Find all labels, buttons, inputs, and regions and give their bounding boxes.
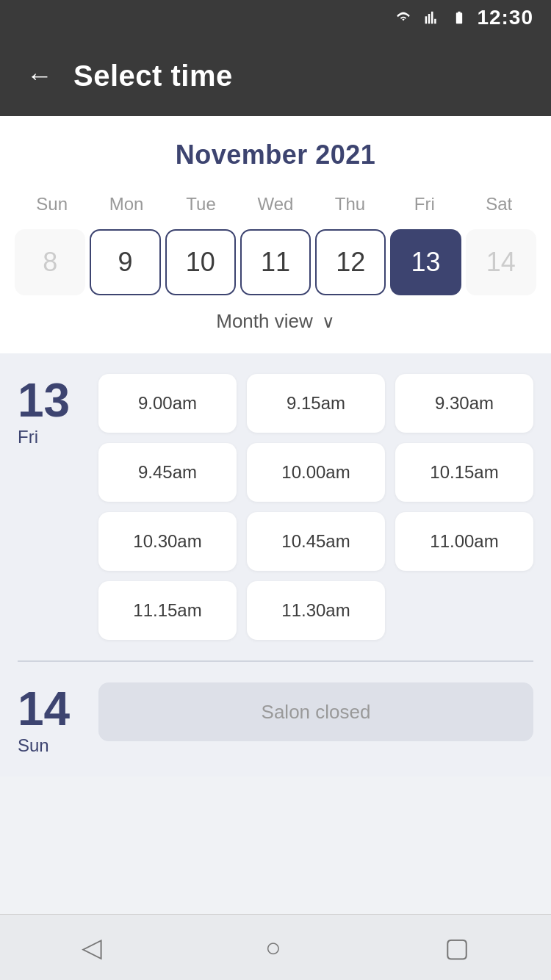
status-bar: 12:30 bbox=[0, 0, 551, 35]
day-name-14: Sun bbox=[18, 735, 49, 756]
calendar-section: November 2021 Sun Mon Tue Wed Thu Fri Sa… bbox=[0, 116, 551, 353]
slot-1015am[interactable]: 10.15am bbox=[395, 443, 533, 502]
month-view-toggle[interactable]: Month view ∨ bbox=[15, 295, 536, 339]
status-time: 12:30 bbox=[477, 6, 533, 29]
slots-grid-13: 9.00am 9.15am 9.30am 9.45am 10.00am 10.1… bbox=[98, 374, 533, 640]
weekday-mon: Mon bbox=[89, 191, 163, 217]
section-divider bbox=[18, 660, 533, 662]
day-section-13: 13 Fri 9.00am 9.15am 9.30am 9.45am 10.00… bbox=[18, 374, 533, 640]
nav-home-icon[interactable]: ○ bbox=[265, 932, 281, 963]
nav-back-icon[interactable]: ◁ bbox=[82, 932, 102, 963]
day-10[interactable]: 10 bbox=[165, 229, 236, 295]
day-label-13: 13 Fri bbox=[18, 374, 84, 447]
bottom-nav: ◁ ○ ▢ bbox=[0, 914, 551, 980]
day-number-13: 13 bbox=[18, 377, 70, 424]
day-section-14: 14 Sun Salon closed bbox=[18, 682, 533, 756]
weekday-tue: Tue bbox=[164, 191, 238, 217]
month-view-label: Month view bbox=[216, 310, 313, 333]
slot-930am[interactable]: 9.30am bbox=[395, 374, 533, 433]
slot-1100am[interactable]: 11.00am bbox=[395, 512, 533, 571]
slot-1115am[interactable]: 11.15am bbox=[98, 581, 237, 640]
signal-icon bbox=[421, 10, 442, 25]
day-12[interactable]: 12 bbox=[315, 229, 386, 295]
day-8[interactable]: 8 bbox=[15, 229, 85, 295]
closed-slot-14: Salon closed bbox=[98, 682, 533, 741]
day-13[interactable]: 13 bbox=[390, 229, 461, 295]
day-row-14: 14 Sun Salon closed bbox=[18, 682, 533, 756]
day-row-13: 13 Fri 9.00am 9.15am 9.30am 9.45am 10.00… bbox=[18, 374, 533, 640]
day-9[interactable]: 9 bbox=[90, 229, 160, 295]
timeslots-section: 13 Fri 9.00am 9.15am 9.30am 9.45am 10.00… bbox=[0, 353, 551, 777]
weekday-fri: Fri bbox=[387, 191, 461, 217]
slot-945am[interactable]: 9.45am bbox=[98, 443, 237, 502]
day-14[interactable]: 14 bbox=[466, 229, 536, 295]
slot-1130am[interactable]: 11.30am bbox=[247, 581, 385, 640]
day-name-13: Fri bbox=[18, 427, 38, 447]
weekday-wed: Wed bbox=[238, 191, 312, 217]
slot-1045am[interactable]: 10.45am bbox=[247, 512, 385, 571]
day-11[interactable]: 11 bbox=[240, 229, 311, 295]
chevron-down-icon: ∨ bbox=[322, 311, 335, 332]
slot-1030am[interactable]: 10.30am bbox=[98, 512, 237, 571]
header: ← Select time bbox=[0, 35, 551, 116]
day-label-14: 14 Sun bbox=[18, 682, 84, 756]
slot-1000am[interactable]: 10.00am bbox=[247, 443, 385, 502]
day-number-14: 14 bbox=[18, 685, 70, 732]
slot-900am[interactable]: 9.00am bbox=[98, 374, 237, 433]
wifi-icon bbox=[393, 10, 414, 25]
page-title: Select time bbox=[73, 60, 233, 93]
weekday-thu: Thu bbox=[313, 191, 387, 217]
status-icons: 12:30 bbox=[393, 6, 533, 29]
nav-recent-icon[interactable]: ▢ bbox=[444, 932, 469, 963]
weekday-sat: Sat bbox=[462, 191, 536, 217]
battery-icon bbox=[449, 10, 469, 25]
slot-915am[interactable]: 9.15am bbox=[247, 374, 385, 433]
month-year-label: November 2021 bbox=[15, 140, 536, 170]
weekday-sun: Sun bbox=[15, 191, 89, 217]
back-button[interactable]: ← bbox=[26, 62, 53, 89]
days-row: 8 9 10 11 12 13 14 bbox=[15, 229, 536, 295]
weekdays-row: Sun Mon Tue Wed Thu Fri Sat bbox=[15, 191, 536, 217]
